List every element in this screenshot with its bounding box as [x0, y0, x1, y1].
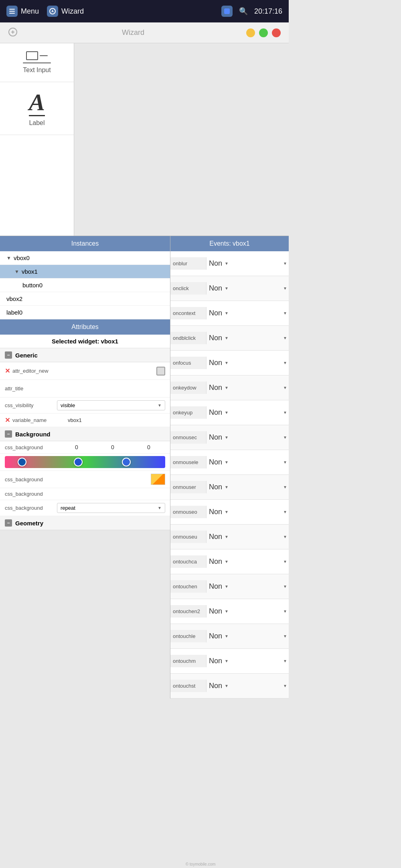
- tree-item-label0[interactable]: label0: [0, 306, 170, 319]
- bg-num-g[interactable]: 0: [96, 444, 129, 450]
- event-extra-arrow-ontouchca[interactable]: ▼: [282, 559, 289, 564]
- tree-label-vbox0: vbox0: [14, 254, 30, 261]
- generic-section-label: Generic: [15, 352, 38, 359]
- search-icon[interactable]: 🔍: [239, 7, 248, 16]
- attr-x-icon-editor[interactable]: ✕: [5, 367, 10, 375]
- close-button[interactable]: [272, 28, 281, 37]
- wizard-nav-item[interactable]: Wizard: [47, 6, 84, 17]
- event-row-ontouchle: ontouchle Non ▼ ▼: [170, 624, 289, 649]
- event-dropdown-arrow-onkeydow[interactable]: ▼: [225, 386, 229, 390]
- background-section-label: Background: [15, 431, 51, 438]
- tree-item-button0[interactable]: button0: [0, 279, 170, 292]
- wizard-nav-icon: [47, 6, 58, 17]
- generic-section-header[interactable]: − Generic: [0, 348, 170, 362]
- event-extra-arrow-onmouser[interactable]: ▼: [282, 485, 289, 489]
- event-dropdown-arrow-ontouchm[interactable]: ▼: [225, 659, 229, 663]
- event-extra-arrow-onclick[interactable]: ▼: [282, 286, 289, 291]
- event-extra-arrow-ontouchen2[interactable]: ▼: [282, 609, 289, 614]
- tree-item-vbox2[interactable]: vbox2: [0, 292, 170, 306]
- event-row-onblur: onblur Non ▼ ▼: [170, 251, 289, 276]
- event-name-ontouchst: ontouchst: [170, 680, 207, 692]
- event-dropdown-arrow-onmouseu[interactable]: ▼: [225, 535, 229, 539]
- attr-row-title: attr_title: [0, 380, 170, 398]
- selected-widget-label: Selected widget: vbox1: [0, 335, 170, 348]
- bg-num-b[interactable]: 0: [132, 444, 165, 450]
- event-value-onclick: Non: [209, 284, 222, 293]
- attr-checkbox-editor-new[interactable]: [156, 367, 165, 375]
- minimize-button[interactable]: [246, 28, 255, 37]
- event-extra-arrow-onmouseo[interactable]: ▼: [282, 510, 289, 514]
- status-cube-icon: [221, 6, 233, 17]
- event-dropdown-arrow-onmouser[interactable]: ▼: [225, 485, 229, 489]
- event-extra-arrow-onmousele[interactable]: ▼: [282, 460, 289, 464]
- event-extra-arrow-onkeyup[interactable]: ▼: [282, 410, 289, 415]
- watermark: © toymobile.com: [0, 862, 289, 866]
- menu-icon: [6, 6, 18, 17]
- event-extra-arrow-onmouseu[interactable]: ▼: [282, 535, 289, 539]
- label-icon: A: [29, 90, 45, 116]
- maximize-button[interactable]: [259, 28, 268, 37]
- attr-x-icon-varname[interactable]: ✕: [5, 416, 10, 424]
- window-controls: [246, 28, 281, 37]
- event-name-onkeydow: onkeydow: [170, 382, 207, 394]
- event-extra-arrow-ontouchen[interactable]: ▼: [282, 584, 289, 589]
- event-extra-arrow-ontouchle[interactable]: ▼: [282, 634, 289, 638]
- bg-num-r[interactable]: 0: [60, 444, 93, 450]
- event-dropdown-arrow-onmouseo[interactable]: ▼: [225, 510, 229, 514]
- attr-value-variable-name: vbox1: [68, 417, 82, 423]
- attr-row-bg-image-1: css_background: [0, 471, 170, 488]
- instances-panel: Instances ▼ vbox0 ▼ vbox1 button0 vbox2: [0, 236, 170, 698]
- generic-collapse-icon: −: [5, 351, 12, 359]
- event-value-onmousec: Non: [209, 433, 222, 442]
- svg-rect-4: [224, 8, 230, 14]
- event-dropdown-arrow-ondblclick[interactable]: ▼: [225, 336, 229, 340]
- event-dropdown-arrow-ontouchst[interactable]: ▼: [225, 684, 229, 688]
- event-extra-arrow-onfocus[interactable]: ▼: [282, 361, 289, 365]
- attr-row-editor-new: ✕ attr_editor_new: [0, 362, 170, 380]
- color-slider-track[interactable]: [5, 456, 165, 468]
- event-extra-arrow-oncontext[interactable]: ▼: [282, 311, 289, 315]
- event-row-onclick: onclick Non ▼ ▼: [170, 276, 289, 301]
- event-dropdown-arrow-ontouchca[interactable]: ▼: [225, 559, 229, 564]
- event-dropdown-arrow-ontouchen2[interactable]: ▼: [225, 609, 229, 614]
- background-section-header[interactable]: − Background: [0, 427, 170, 441]
- slider-thumb-1[interactable]: [18, 458, 26, 466]
- event-extra-arrow-onkeydow[interactable]: ▼: [282, 386, 289, 390]
- event-extra-arrow-onmousec[interactable]: ▼: [282, 435, 289, 440]
- wizard-nav-label: Wizard: [61, 7, 84, 16]
- slider-thumb-3[interactable]: [122, 458, 131, 466]
- css-visibility-select[interactable]: visible ▼: [57, 400, 165, 410]
- event-name-ontouchm: ontouchm: [170, 655, 207, 667]
- event-dropdown-arrow-onclick[interactable]: ▼: [225, 286, 229, 291]
- menu-label: Menu: [21, 7, 39, 16]
- tree-item-vbox0[interactable]: ▼ vbox0: [0, 251, 170, 265]
- event-row-onmouseu: onmouseu Non ▼ ▼: [170, 525, 289, 549]
- event-value-onfocus: Non: [209, 359, 222, 367]
- canvas-area[interactable]: [74, 43, 289, 236]
- event-dropdown-arrow-ontouchle[interactable]: ▼: [225, 634, 229, 638]
- event-row-onmousele: onmousele Non ▼ ▼: [170, 450, 289, 475]
- sidebar-item-label[interactable]: A Label: [0, 82, 74, 135]
- attr-label-variable-name: variable_name: [12, 417, 65, 423]
- slider-thumb-2[interactable]: [74, 458, 83, 466]
- event-dropdown-arrow-oncontext[interactable]: ▼: [225, 311, 229, 315]
- sidebar-item-text-input[interactable]: Text Input: [0, 43, 74, 82]
- bg-image-preview[interactable]: [151, 474, 165, 485]
- event-value-ontouchen2: Non: [209, 607, 222, 616]
- event-extra-arrow-ondblclick[interactable]: ▼: [282, 336, 289, 340]
- bg-repeat-select[interactable]: repeat ▼: [57, 503, 165, 513]
- event-extra-arrow-ontouchst[interactable]: ▼: [282, 684, 289, 688]
- event-dropdown-arrow-onfocus[interactable]: ▼: [225, 361, 229, 365]
- event-value-ondblclick: Non: [209, 334, 222, 342]
- tree-item-vbox1[interactable]: ▼ vbox1: [0, 265, 170, 279]
- event-extra-arrow-ontouchm[interactable]: ▼: [282, 659, 289, 663]
- menu-item[interactable]: Menu: [6, 6, 39, 17]
- event-dropdown-arrow-onkeyup[interactable]: ▼: [225, 410, 229, 415]
- event-dropdown-arrow-onblur[interactable]: ▼: [225, 261, 229, 266]
- event-name-onmouseu: onmouseu: [170, 531, 207, 543]
- event-dropdown-arrow-ontouchen[interactable]: ▼: [225, 584, 229, 589]
- event-dropdown-arrow-onmousec[interactable]: ▼: [225, 435, 229, 440]
- geometry-section-header[interactable]: − Geometry: [0, 516, 170, 530]
- event-dropdown-arrow-onmousele[interactable]: ▼: [225, 460, 229, 464]
- event-extra-arrow-onblur[interactable]: ▼: [282, 261, 289, 266]
